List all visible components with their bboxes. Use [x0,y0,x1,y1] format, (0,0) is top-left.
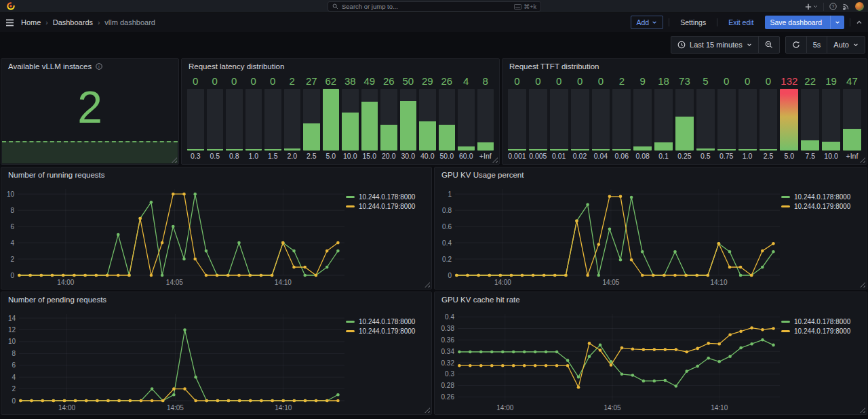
bar-gauge[interactable]: 00.300.500.801.001.522.0272.5625.03810.0… [187,75,494,161]
panel-title[interactable]: Number of running requests [8,171,105,179]
bar-bucket-0.08[interactable]: 90.08 [633,75,652,161]
panel-title[interactable]: Number of pending requests [8,296,106,304]
panel-title[interactable]: GPU KV cache hit rate [441,296,520,304]
help-button[interactable]: ? [829,3,837,10]
bar-bucket-label: 2.5 [303,151,320,161]
search-placeholder: Search or jump to... [342,3,511,10]
bar-bucket-+Inf[interactable]: 47+Inf [843,75,861,161]
mega-menu-toggle[interactable] [5,19,14,26]
bar-bucket-0.01[interactable]: 00.01 [550,75,568,161]
bar-bucket-+Inf[interactable]: 8+Inf [477,75,494,161]
bar-fill [380,125,397,151]
bar-bucket-0.005[interactable]: 00.005 [529,75,547,161]
timeseries-plot[interactable]: 024681014:0014:0514:10 [4,182,346,287]
save-options-button[interactable] [830,16,844,29]
time-range-picker[interactable]: Last 15 minutes [671,37,758,53]
bar-bucket-2.5[interactable]: 02.5 [760,75,778,161]
collapse-toolbar-button[interactable] [856,19,863,26]
new-menu-button[interactable] [805,3,818,10]
bar-bucket-label: 40.0 [419,151,436,161]
bar-bucket-0.5[interactable]: 50.5 [696,75,715,161]
bar-value: 2 [612,75,631,89]
grafana-logo[interactable] [5,1,16,12]
auto-refresh-picker[interactable]: Auto [827,37,865,53]
bar-value: 0 [187,75,204,89]
bar-bucket-0.1[interactable]: 180.1 [654,75,673,161]
panel-title[interactable]: Request latency distribution [189,62,284,71]
bar-bucket-20.0[interactable]: 2620.0 [380,75,397,161]
bar-bucket-5.0[interactable]: 625.0 [323,75,340,161]
user-avatar[interactable] [855,2,864,11]
settings-button[interactable]: Settings [675,16,711,29]
panel-info-button[interactable]: i [96,63,102,70]
bar-fill [780,89,798,151]
bar-bucket-label: 10.0 [342,151,359,161]
bar-track [571,89,589,151]
bar-bucket-0.5[interactable]: 00.5 [207,75,224,161]
bar-bucket-30.0[interactable]: 5030.0 [400,75,417,161]
bar-bucket-60.0[interactable]: 460.0 [458,75,475,161]
refresh-button[interactable] [786,37,806,53]
breadcrumb-home[interactable]: Home [21,18,41,26]
bar-bucket-0.8[interactable]: 00.8 [226,75,243,161]
svg-text:0.4: 0.4 [442,239,452,247]
bar-fill [633,146,652,151]
bar-bucket-50.0[interactable]: 2650.0 [439,75,456,161]
legend-item-10.244.0.179:8000[interactable]: 10.244.0.179:8000 [346,203,429,210]
svg-text:8: 8 [10,207,14,214]
bar-value: 4 [458,75,475,89]
legend-item-10.244.0.179:8000[interactable]: 10.244.0.179:8000 [346,327,429,335]
bar-bucket-10.0[interactable]: 3810.0 [342,75,359,161]
search-input[interactable]: Search or jump to... ⌘+k [328,1,541,12]
legend-item-10.244.0.178:8000[interactable]: 10.244.0.178:8000 [781,318,864,325]
bar-fill [822,142,840,151]
bar-gauge[interactable]: 00.00100.00500.0100.0200.0420.0690.08180… [508,75,861,161]
svg-text:14:00: 14:00 [58,404,75,412]
legend-item-10.244.0.178:8000[interactable]: 10.244.0.178:8000 [781,193,864,201]
bar-fill [323,89,340,151]
bar-bucket-1.5[interactable]: 01.5 [264,75,281,161]
bar-value: 49 [361,75,378,89]
panel-title[interactable]: GPU KV Usage percent [441,171,524,179]
panel-title[interactable]: Available vLLM instaces [8,62,92,71]
breadcrumb-dashboards[interactable]: Dashboards [53,18,93,26]
news-button[interactable] [842,3,850,10]
bar-bucket-10.0[interactable]: 1910.0 [822,75,840,161]
legend-item-10.244.0.179:8000[interactable]: 10.244.0.179:8000 [781,203,864,210]
legend-item-10.244.0.178:8000[interactable]: 10.244.0.178:8000 [346,318,429,325]
bar-bucket-5.0[interactable]: 1325.0 [780,75,798,161]
bar-bucket-2.5[interactable]: 272.5 [303,75,320,161]
bar-bucket-40.0[interactable]: 2940.0 [419,75,436,161]
bar-bucket-0.04[interactable]: 00.04 [592,75,610,161]
divider [717,18,717,26]
timeseries-plot[interactable]: 0.260.280.30.320.340.360.380.414:0014:05… [437,307,781,413]
add-button[interactable]: Add [631,16,664,29]
bar-bucket-0.25[interactable]: 730.25 [675,75,694,161]
legend-item-10.244.0.178:8000[interactable]: 10.244.0.178:8000 [346,193,429,201]
timeseries-plot[interactable]: 0246810121414:0014:0514:10 [4,307,346,413]
bar-bucket-1.0[interactable]: 01.0 [738,75,757,161]
exit-edit-button[interactable]: Exit edit [723,16,759,29]
save-dashboard-button[interactable]: Save dashboard [765,16,844,29]
bar-bucket-15.0[interactable]: 4915.0 [361,75,378,161]
breadcrumb: Home › Dashboards › vllm dashboard [21,18,155,26]
svg-text:0.34: 0.34 [441,348,455,355]
bar-bucket-0.3[interactable]: 00.3 [187,75,204,161]
bar-track [226,89,243,151]
timeseries-plot[interactable]: 00.20.40.60.8114:0014:0514:10 [437,182,781,287]
legend-label: 10.244.0.178:8000 [359,318,415,325]
legend-item-10.244.0.179:8000[interactable]: 10.244.0.179:8000 [781,327,864,335]
svg-text:1: 1 [448,191,452,198]
bar-bucket-0.001[interactable]: 00.001 [508,75,526,161]
plus-icon [805,3,812,10]
bar-bucket-7.5[interactable]: 227.5 [801,75,819,161]
bar-bucket-2.0[interactable]: 22.0 [284,75,301,161]
svg-text:14:10: 14:10 [275,279,292,286]
zoom-out-button[interactable] [758,37,779,53]
bar-bucket-0.75[interactable]: 00.75 [717,75,736,161]
bar-track [187,89,204,151]
panel-title[interactable]: Request TTFT distribution [509,62,599,71]
bar-bucket-1.0[interactable]: 01.0 [245,75,262,161]
bar-bucket-0.06[interactable]: 20.06 [612,75,631,161]
bar-bucket-0.02[interactable]: 00.02 [571,75,589,161]
